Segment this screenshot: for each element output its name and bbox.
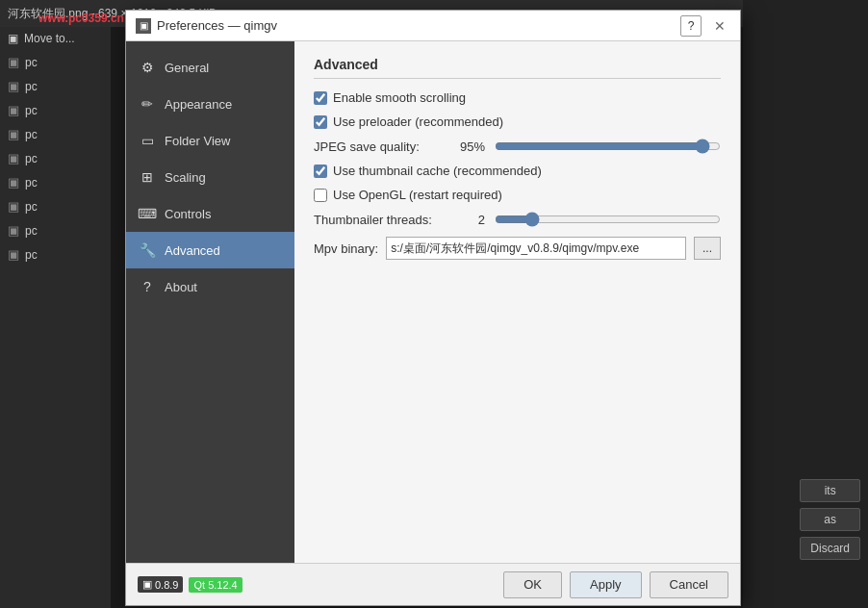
bg-list-item-2[interactable]: ▣ pc (0, 74, 111, 98)
bg-list-item-5[interactable]: ▣ pc (0, 146, 111, 170)
thumb-cache-row: Use thumbnail cache (recommended) (314, 164, 721, 178)
preloader-checkbox[interactable] (314, 115, 327, 129)
sidebar-label-controls: Controls (165, 207, 211, 221)
as-button[interactable]: as (800, 508, 860, 531)
folder-icon: ▣ (8, 151, 19, 165)
sidebar-item-about[interactable]: ? About (126, 268, 294, 305)
gear-icon: ⚙ (138, 58, 157, 77)
preloader-label[interactable]: Use preloader (recommended) (333, 114, 503, 129)
dialog-titlebar: ▣ Preferences — qimgv ? ✕ (126, 11, 740, 41)
bg-list-item-1[interactable]: ▣ pc (0, 50, 111, 74)
sidebar-label-general: General (165, 61, 209, 75)
bg-list-item-3[interactable]: ▣ pc (0, 98, 111, 122)
folder-icon: ▣ (8, 223, 19, 238)
footer-buttons: OK Apply Cancel (503, 571, 728, 598)
thumbnailer-label: Thumbnailer threads: (314, 213, 439, 227)
qt-version-badge: Qt 5.12.4 (189, 577, 242, 593)
advanced-panel: Advanced Enable smooth scrolling Use pre… (294, 41, 740, 563)
jpeg-quality-label: JPEG save quality: (314, 139, 439, 154)
folder-icon: ▣ (8, 32, 18, 45)
sidebar-item-general[interactable]: ⚙ General (126, 49, 294, 86)
watermark: www.pc0359.cn (38, 12, 124, 25)
dialog-footer: ▣ 0.8.9 Qt 5.12.4 OK Apply Cancel (126, 563, 740, 605)
bg-list-item-7[interactable]: ▣ pc (0, 194, 111, 218)
right-panel-buttons: its as Discard (800, 479, 860, 560)
titlebar-controls: ? ✕ (680, 15, 730, 37)
ok-button[interactable]: OK (503, 571, 562, 598)
folder-icon: ▣ (8, 199, 19, 214)
sidebar-label-about: About (165, 280, 197, 294)
preloader-row: Use preloader (recommended) (314, 114, 721, 129)
dialog-title-section: ▣ Preferences — qimgv (136, 18, 277, 34)
move-to-item[interactable]: ▣ Move to... (0, 27, 111, 50)
folder-icon: ▣ (8, 247, 19, 262)
cancel-button[interactable]: Cancel (650, 571, 728, 598)
sidebar-label-appearance: Appearance (165, 97, 232, 112)
close-button[interactable]: ✕ (709, 15, 730, 37)
mpv-binary-input[interactable] (386, 237, 686, 260)
sidebar-item-folder-view[interactable]: ▭ Folder View (126, 122, 294, 159)
brush-icon: ✏ (138, 94, 157, 114)
thumbnailer-row: Thumbnailer threads: 2 (314, 212, 721, 227)
app-version: 0.8.9 (155, 579, 178, 591)
folder-icon: ▣ (8, 127, 19, 141)
opengl-row: Use OpenGL (restart required) (314, 188, 721, 202)
jpeg-quality-row: JPEG save quality: 95% (314, 139, 721, 154)
jpeg-quality-value: 95% (448, 139, 485, 154)
smooth-scroll-row: Enable smooth scrolling (314, 90, 721, 105)
sidebar-item-advanced[interactable]: 🔧 Advanced (126, 232, 294, 268)
app-version-badge: ▣ 0.8.9 (138, 576, 183, 593)
info-icon: ? (138, 277, 157, 296)
bg-list-item-4[interactable]: ▣ pc (0, 122, 111, 146)
thumb-cache-label[interactable]: Use thumbnail cache (recommended) (333, 164, 542, 178)
bg-list-item-9[interactable]: ▣ pc (0, 242, 111, 266)
scaling-icon: ⊞ (138, 167, 157, 187)
mpv-browse-button[interactable]: ... (694, 237, 721, 260)
wrench-icon: 🔧 (138, 241, 157, 260)
thumb-cache-checkbox[interactable] (314, 165, 327, 178)
bg-list-item-6[interactable]: ▣ pc (0, 170, 111, 194)
thumbnailer-slider[interactable] (495, 212, 721, 227)
mpv-binary-label: Mpv binary: (314, 241, 378, 256)
sidebar-item-controls[interactable]: ⌨ Controls (126, 195, 294, 232)
sidebar-label-folder-view: Folder View (165, 134, 230, 148)
version-info: ▣ 0.8.9 Qt 5.12.4 (138, 576, 243, 593)
preferences-dialog: ▣ Preferences — qimgv ? ✕ ⚙ General ✏ Ap… (125, 10, 741, 606)
sidebar-item-appearance[interactable]: ✏ Appearance (126, 86, 294, 122)
dialog-body: ⚙ General ✏ Appearance ▭ Folder View ⊞ S… (126, 41, 740, 563)
opengl-label[interactable]: Use OpenGL (restart required) (333, 188, 502, 202)
dialog-title: Preferences — qimgv (157, 18, 277, 33)
folder-icon: ▣ (8, 55, 19, 69)
folder-icon: ▣ (8, 175, 19, 190)
right-panel: its as Discard (743, 0, 868, 608)
bg-list-item-8[interactable]: ▣ pc (0, 218, 111, 242)
apply-button[interactable]: Apply (570, 571, 642, 598)
bg-left-panel: ▣ Move to... ▣ pc ▣ pc ▣ pc ▣ pc ▣ pc ▣ … (0, 27, 111, 608)
smooth-scroll-label[interactable]: Enable smooth scrolling (333, 90, 466, 105)
sidebar-label-scaling: Scaling (165, 170, 206, 185)
app-icon-small: ▣ (142, 578, 152, 591)
app-icon: ▣ (136, 18, 151, 34)
folder-icon: ▣ (8, 79, 19, 93)
qt-version: Qt 5.12.4 (193, 579, 237, 591)
sidebar: ⚙ General ✏ Appearance ▭ Folder View ⊞ S… (126, 41, 294, 563)
keyboard-icon: ⌨ (138, 204, 157, 223)
help-button[interactable]: ? (680, 15, 702, 37)
opengl-checkbox[interactable] (314, 189, 327, 202)
section-title: Advanced (314, 57, 721, 79)
mpv-binary-row: Mpv binary: ... (314, 237, 721, 260)
sidebar-label-advanced: Advanced (165, 243, 220, 258)
folder-view-icon: ▭ (138, 131, 157, 150)
thumbnailer-value: 2 (448, 213, 485, 227)
its-button[interactable]: its (800, 479, 860, 502)
folder-icon: ▣ (8, 103, 19, 117)
discard-button[interactable]: Discard (800, 537, 860, 560)
sidebar-item-scaling[interactable]: ⊞ Scaling (126, 159, 294, 195)
smooth-scroll-checkbox[interactable] (314, 91, 327, 105)
jpeg-quality-slider[interactable] (495, 139, 721, 154)
